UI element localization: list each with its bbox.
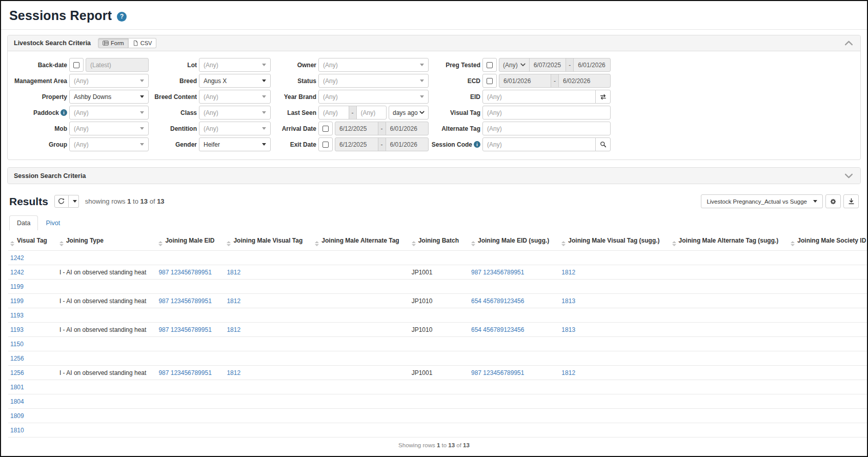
cell-link[interactable]: 987 123456789951 [471, 269, 524, 276]
backdate-field [69, 58, 149, 72]
cell-link[interactable]: 987 123456789951 [158, 326, 211, 333]
breed-select[interactable]: Angus X [199, 74, 271, 88]
column-header[interactable]: Joining Male EID (sugg.) [469, 232, 559, 251]
cell-link[interactable]: 1813 [561, 297, 575, 305]
cell-link[interactable]: 654 456789123456 [471, 297, 524, 305]
preg-tested-result-select[interactable]: (Any) [499, 58, 530, 72]
status-select[interactable]: (Any) [318, 74, 429, 88]
column-header[interactable]: Joining Batch [410, 232, 469, 251]
column-header-label: Joining Batch [418, 237, 459, 244]
cell-link[interactable]: 987 123456789951 [158, 297, 211, 305]
table-cell [559, 380, 670, 394]
property-select[interactable]: Ashby Downs [69, 90, 149, 104]
session-code-input[interactable] [482, 137, 596, 151]
column-header[interactable]: Visual Tag [8, 232, 57, 251]
cell-link[interactable]: 1242 [10, 269, 24, 276]
table-cell: I - AI on observed standing heat [57, 323, 156, 337]
ecd-checkbox[interactable] [482, 74, 497, 88]
eid-swap-button[interactable] [595, 90, 611, 104]
column-header[interactable]: Joining Male Visual Tag (sugg.) [559, 232, 670, 251]
livestock-panel-collapse-button[interactable] [843, 39, 854, 47]
cell-link[interactable]: 1812 [227, 269, 240, 276]
visual-tag-input[interactable] [482, 106, 611, 120]
class-select[interactable]: (Any) [199, 106, 271, 120]
cell-link[interactable]: 1801 [10, 384, 24, 391]
breed-label: Breed [151, 77, 197, 85]
cell-link[interactable]: 1256 [10, 355, 24, 362]
breed-content-select[interactable]: (Any) [199, 90, 271, 104]
cell-link[interactable]: 1804 [10, 398, 24, 405]
last-seen-to-input[interactable] [356, 106, 387, 120]
session-code-search-button[interactable] [595, 137, 611, 151]
column-header[interactable]: Joining Male Alternate Tag [313, 232, 409, 251]
backdate-checkbox[interactable] [69, 58, 84, 72]
paddock-select[interactable]: (Any) [69, 106, 149, 120]
owner-select[interactable]: (Any) [318, 58, 429, 72]
table-cell [469, 394, 559, 409]
mob-select[interactable]: (Any) [69, 122, 149, 135]
form-toggle-button[interactable]: Form [98, 38, 129, 48]
last-seen-unit-select[interactable]: days ago [389, 106, 429, 120]
column-header[interactable]: Joining Male Visual Tag [225, 232, 313, 251]
sort-icon [471, 241, 475, 246]
cell-link[interactable]: 1810 [10, 427, 24, 434]
eid-input[interactable] [482, 90, 596, 104]
help-icon[interactable]: ? [117, 12, 127, 22]
app-window: Sessions Report ? Livestock Search Crite… [0, 0, 868, 457]
cell-link[interactable]: 654 456789123456 [471, 326, 524, 333]
alternate-tag-input[interactable] [482, 122, 611, 135]
sort-icon [10, 241, 14, 246]
cell-link[interactable]: 1256 [10, 369, 24, 376]
cell-link[interactable]: 1812 [561, 269, 575, 276]
column-header[interactable]: Joining Male Alternate Tag (sugg.) [670, 232, 789, 251]
info-icon[interactable]: i [60, 109, 67, 116]
cell-link[interactable]: 1813 [561, 326, 575, 333]
tab-data[interactable]: Data [9, 215, 38, 230]
cell-link[interactable]: 1150 [10, 341, 24, 348]
info-icon[interactable]: i [474, 141, 480, 148]
group-select[interactable]: (Any) [69, 137, 149, 151]
cell-link[interactable]: 987 123456789951 [158, 269, 211, 276]
table-cell: JP1001 [410, 366, 469, 380]
cell-link[interactable]: 1812 [561, 369, 575, 376]
cell-link[interactable]: 1812 [227, 297, 240, 305]
cell-link[interactable]: 1199 [10, 283, 24, 290]
last-seen-from-input[interactable] [318, 106, 349, 120]
last-seen-field: - days ago [318, 106, 429, 120]
column-header[interactable]: Joining Male Society ID (sugg.) [789, 232, 868, 251]
sort-icon [59, 241, 64, 246]
caret-down-icon [262, 95, 266, 98]
refresh-options-button[interactable] [69, 195, 79, 208]
session-panel-collapse-button[interactable] [843, 172, 854, 180]
lot-select[interactable]: (Any) [199, 58, 271, 72]
exit-date-checkbox[interactable] [318, 137, 333, 151]
gender-select[interactable]: Heifer [199, 137, 271, 151]
gender-label: Gender [151, 141, 197, 148]
year-brand-field: (Any) [318, 90, 429, 104]
dentition-select[interactable]: (Any) [199, 122, 271, 135]
dentition-label: Dentition [151, 125, 197, 132]
cell-link[interactable]: 1199 [10, 297, 24, 305]
column-header[interactable]: Joining Male EID [156, 232, 225, 251]
cell-link[interactable]: 1242 [10, 254, 24, 262]
cell-link[interactable]: 1812 [227, 326, 240, 333]
preg-tested-from-date [529, 58, 567, 72]
column-header[interactable]: Joining Type [57, 232, 156, 251]
cell-link[interactable]: 987 123456789951 [158, 369, 211, 376]
arrival-date-checkbox[interactable] [318, 122, 333, 135]
csv-toggle-button[interactable]: CSV [129, 38, 157, 48]
view-selector-button[interactable]: Livestock Pregnancy_Actual vs Sugge [701, 194, 823, 208]
cell-link[interactable]: 987 123456789951 [471, 369, 524, 376]
settings-button[interactable] [825, 194, 841, 208]
preg-tested-checkbox[interactable] [482, 58, 497, 72]
download-button[interactable] [843, 194, 859, 208]
arrival-date-label: Arrival Date [273, 125, 316, 132]
cell-link[interactable]: 1812 [227, 369, 240, 376]
cell-link[interactable]: 1809 [10, 412, 24, 420]
cell-link[interactable]: 1193 [10, 312, 24, 319]
management-area-select[interactable]: (Any) [69, 74, 149, 88]
refresh-button[interactable] [54, 195, 69, 208]
year-brand-select[interactable]: (Any) [318, 90, 429, 104]
cell-link[interactable]: 1193 [10, 326, 24, 333]
tab-pivot[interactable]: Pivot [38, 215, 68, 230]
